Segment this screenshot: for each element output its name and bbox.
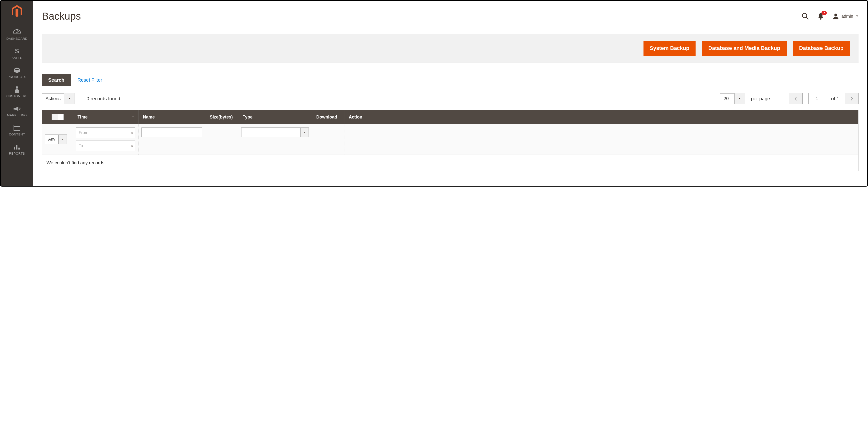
chevron-left-icon <box>795 96 797 101</box>
svg-rect-22 <box>133 133 133 134</box>
filter-date-to[interactable] <box>76 141 135 151</box>
column-header-type[interactable]: Type <box>238 110 312 124</box>
megaphone-icon <box>13 105 21 112</box>
sort-ascending-icon: ↑ <box>132 115 134 119</box>
svg-rect-21 <box>132 133 132 134</box>
chevron-right-icon <box>850 96 853 101</box>
next-page-button[interactable] <box>845 93 859 104</box>
filter-cell-action <box>344 124 858 154</box>
column-header-name[interactable]: Name <box>138 110 206 124</box>
svg-rect-20 <box>132 133 132 134</box>
column-header-checkbox: ▼ <box>42 110 73 124</box>
nav-dashboard[interactable]: DASHBOARD <box>1 25 33 44</box>
mass-actions-select[interactable]: Actions <box>42 93 75 104</box>
filter-row: Search Reset Filter <box>33 74 867 91</box>
nav-label: CONTENT <box>9 133 25 136</box>
filter-cell-download <box>312 124 344 154</box>
svg-point-9 <box>802 13 807 18</box>
svg-rect-19 <box>133 133 133 133</box>
nav-sales[interactable]: $ SALES <box>1 44 33 63</box>
dollar-icon: $ <box>13 48 21 55</box>
database-media-backup-button[interactable]: Database and Media Backup <box>702 41 786 56</box>
grid-toolbar: Actions 0 records found 20 per page <box>33 91 867 110</box>
nav-reports[interactable]: REPORTS <box>1 140 33 159</box>
grid-filter-row: Any <box>42 124 858 155</box>
sidebar-divider <box>5 22 29 22</box>
nav-label: MARKETING <box>7 113 27 117</box>
filter-cell-size <box>206 124 238 154</box>
search-filter-button[interactable]: Search <box>42 74 71 86</box>
caret-down-icon <box>300 128 309 137</box>
svg-point-11 <box>820 18 822 20</box>
person-icon <box>13 86 21 93</box>
notification-badge: 7 <box>822 11 827 15</box>
prev-page-button[interactable] <box>789 93 803 104</box>
page-size-select[interactable]: 20 <box>720 93 745 104</box>
notifications-button[interactable]: 7 <box>817 12 824 20</box>
filter-cell-checkbox: Any <box>42 124 73 154</box>
caret-down-icon <box>735 93 745 104</box>
search-button[interactable] <box>802 12 809 20</box>
system-backup-button[interactable]: System Backup <box>644 41 696 56</box>
svg-rect-7 <box>16 145 18 149</box>
filter-type-select[interactable] <box>241 127 309 137</box>
per-page-label: per page <box>751 96 770 102</box>
box-icon <box>13 67 21 74</box>
user-icon <box>833 13 839 19</box>
records-found-text: 0 records found <box>87 96 120 102</box>
caret-down-icon <box>58 135 67 144</box>
column-header-time[interactable]: Time ↑ <box>73 110 138 124</box>
backup-action-bar: System Backup Database and Media Backup … <box>42 34 859 63</box>
toolbar-left: Actions 0 records found <box>42 93 120 104</box>
nav-label: REPORTS <box>9 152 25 155</box>
svg-point-12 <box>834 13 837 17</box>
toolbar-right: 20 per page of 1 <box>720 93 859 104</box>
date-from-input[interactable] <box>79 131 130 135</box>
filter-any-select[interactable]: Any <box>45 135 67 144</box>
svg-point-2 <box>16 86 18 89</box>
select-all-checkbox[interactable]: ▼ <box>52 114 64 120</box>
user-menu[interactable]: admin <box>833 13 859 19</box>
nav-customers[interactable]: CUSTOMERS <box>1 82 33 101</box>
layout-icon <box>13 124 21 131</box>
column-header-action: Action <box>344 110 858 124</box>
calendar-icon <box>131 143 133 149</box>
nav-label: SALES <box>11 56 22 60</box>
gauge-icon <box>13 29 21 35</box>
bar-chart-icon <box>13 143 21 150</box>
calendar-icon <box>131 129 133 136</box>
user-label: admin <box>841 14 853 19</box>
reset-filter-link[interactable]: Reset Filter <box>78 77 102 83</box>
date-to-input[interactable] <box>79 143 130 148</box>
actions-label: Actions <box>42 93 64 104</box>
nav-label: CUSTOMERS <box>6 94 27 98</box>
caret-down-icon <box>64 93 75 104</box>
database-backup-button[interactable]: Database Backup <box>793 41 850 56</box>
filter-cell-name <box>138 124 206 154</box>
svg-rect-18 <box>132 133 132 133</box>
nav-products[interactable]: PRODUCTS <box>1 63 33 82</box>
svg-text:$: $ <box>15 48 19 55</box>
svg-rect-30 <box>132 146 132 147</box>
admin-sidebar: DASHBOARD $ SALES PRODUCTS CUSTOMERS MAR… <box>1 1 33 186</box>
svg-rect-3 <box>14 125 20 131</box>
app-root: DASHBOARD $ SALES PRODUCTS CUSTOMERS MAR… <box>0 0 868 186</box>
column-header-size[interactable]: Size(bytes) <box>206 110 238 124</box>
header-actions: 7 admin <box>802 12 859 20</box>
filter-name-input[interactable] <box>142 127 202 137</box>
column-header-download: Download <box>312 110 344 124</box>
page-size-value: 20 <box>720 93 735 104</box>
svg-rect-31 <box>132 146 132 147</box>
nav-label: DASHBOARD <box>6 37 28 40</box>
nav-label: PRODUCTS <box>8 75 26 79</box>
svg-point-0 <box>17 32 18 33</box>
grid-empty-message: We couldn't find any records. <box>42 155 858 171</box>
svg-rect-6 <box>14 147 15 149</box>
svg-rect-8 <box>19 148 20 149</box>
caret-down-icon <box>856 15 859 17</box>
current-page-input[interactable] <box>808 93 826 104</box>
nav-marketing[interactable]: MARKETING <box>1 101 33 120</box>
page-title: Backups <box>42 10 81 22</box>
nav-content[interactable]: CONTENT <box>1 120 33 140</box>
filter-date-from[interactable] <box>76 127 135 138</box>
